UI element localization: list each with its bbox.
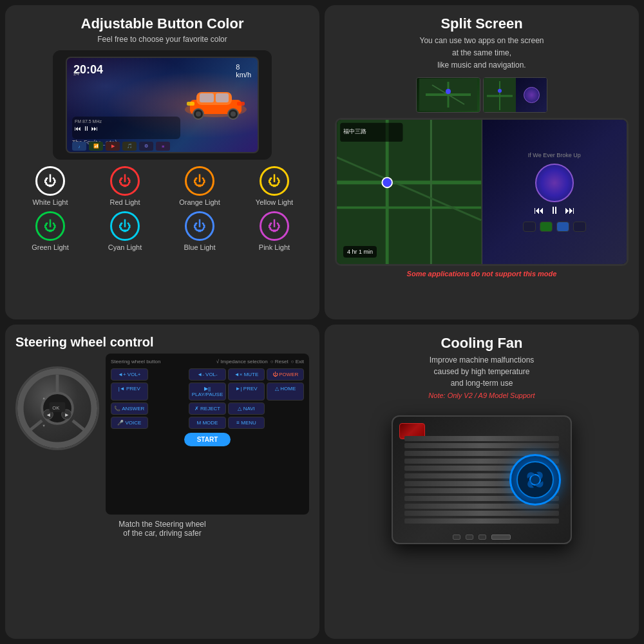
answer-btn[interactable]: 📞 ANSWER <box>111 402 148 415</box>
vol-down-btn[interactable]: ◄- VOL- <box>189 368 226 381</box>
voice-btn[interactable]: 🎤 VOICE <box>111 417 148 429</box>
orange-light-btn[interactable]: ⏻ Orange Light <box>165 166 234 206</box>
svg-text:OK: OK <box>52 405 59 411</box>
screen-controls: FM 87.5 MHz ⏮ ⏸ ⏭ <box>72 117 180 139</box>
panel3-title: Steering wheel control <box>15 335 309 350</box>
panel4-title: Cooling Fan <box>335 335 629 352</box>
red-light-label: Red Light <box>109 198 140 206</box>
music-player-controls: ⏮ ⏸ ⏭ <box>534 205 575 216</box>
control-buttons-grid: ◄+ VOL+ ◄- VOL- ◄× MUTE ⏻ POWER |◄ PREV … <box>111 368 304 429</box>
red-light-icon: ⏻ <box>110 166 140 196</box>
pink-light-icon: ⏻ <box>260 211 289 241</box>
steering-wheel-svg: ◄ ► OK ▲ ▼ <box>17 366 97 450</box>
steering-container: ◄ ► OK ▲ ▼ Steering wheel button √ Imped… <box>15 354 309 515</box>
svg-point-15 <box>446 89 451 94</box>
split-screen-music: If We Ever Broke Up ⏮ ⏸ ⏭ <box>482 120 627 264</box>
port-2 <box>466 535 473 540</box>
music-btn-1[interactable] <box>523 222 536 232</box>
svg-point-7 <box>196 111 201 117</box>
white-light-label: White Light <box>32 198 68 206</box>
next-button[interactable]: ⏭ <box>565 205 575 216</box>
eta-badge: 4 hr 1 min <box>343 246 377 258</box>
svg-text:►: ► <box>64 412 70 418</box>
spacer <box>150 368 154 381</box>
screen-apps: ♪ 📶 ▶ 🎵 ⚙ ≡ <box>72 140 252 152</box>
yellow-light-btn[interactable]: ⏻ Yellow Light <box>240 166 309 206</box>
green-light-label: Green Light <box>32 243 68 251</box>
svg-rect-4 <box>216 93 229 102</box>
spacer5 <box>150 417 154 429</box>
exit-label: ○ Exit <box>291 359 304 365</box>
next-track-btn[interactable]: ►| PREV <box>228 383 265 401</box>
svg-point-26 <box>382 177 392 187</box>
fan-svg <box>516 460 554 499</box>
svg-text:◄: ◄ <box>46 412 52 418</box>
header-actions: √ Impedance selection ○ Reset ○ Exit <box>216 359 304 365</box>
fan-unit <box>392 415 572 544</box>
play-pause-ctrl-btn[interactable]: ▶|| PLAY/PAUSE <box>189 383 226 401</box>
mode-btn[interactable]: M MODE <box>189 417 226 429</box>
mini-screens-row <box>335 77 629 113</box>
steering-wheel-section: ◄ ► OK ▲ ▼ <box>15 354 99 515</box>
mini-split-map <box>484 78 516 113</box>
cooling-note: Note: Only V2 / A9 Model Support <box>335 392 629 399</box>
reject-btn[interactable]: ✗ REJECT <box>189 402 226 415</box>
impedance-label: √ Impedance selection <box>216 359 268 365</box>
blue-light-icon: ⏻ <box>185 211 214 241</box>
port-1 <box>453 535 460 540</box>
white-light-icon: ⏻ <box>35 166 65 196</box>
panel1-subtitle: Feel free to choose your favorite color <box>15 35 309 44</box>
svg-point-43 <box>530 475 540 485</box>
green-light-icon: ⏻ <box>35 211 65 241</box>
music-btn-3[interactable] <box>556 222 569 232</box>
navi-btn[interactable]: △ NAVI <box>228 402 265 415</box>
svg-rect-3 <box>200 93 214 102</box>
port-3 <box>478 535 486 540</box>
cyan-light-icon: ⏻ <box>110 211 140 241</box>
split-warning: Some applications do not support this mo… <box>335 270 629 278</box>
white-light-btn[interactable]: ⏻ White Light <box>15 166 85 206</box>
music-btn-4[interactable] <box>573 222 586 232</box>
mini-map-svg <box>419 79 477 111</box>
reset-label: ○ Reset <box>270 359 289 365</box>
screen-display: 20:04 8km/h 24° The Fox(*∩_∩*○) <box>66 57 259 153</box>
music-song-title: If We Ever Broke Up <box>528 152 581 158</box>
vol-up-btn[interactable]: ◄+ VOL+ <box>111 368 148 381</box>
svg-point-19 <box>498 89 502 93</box>
start-button[interactable]: START <box>184 433 231 446</box>
music-btn-2[interactable] <box>540 222 553 232</box>
pink-light-btn[interactable]: ⏻ Pink Light <box>240 211 309 251</box>
cyan-light-btn[interactable]: ⏻ Cyan Light <box>90 211 160 251</box>
nav-map-svg: 福中三路 <box>337 120 482 264</box>
screen-temp: 24° <box>73 71 81 77</box>
pink-light-label: Pink Light <box>259 243 290 251</box>
fin-12 <box>404 518 559 524</box>
spacer2 <box>150 383 154 401</box>
main-grid: Adjustable Button Color Feel free to cho… <box>0 0 644 644</box>
play-pause-button[interactable]: ⏸ <box>549 205 560 216</box>
mini-screen-2 <box>483 77 547 113</box>
fin-2 <box>404 443 559 448</box>
svg-rect-10 <box>237 102 245 106</box>
prev-track-btn[interactable]: |◄ PREV <box>111 383 148 401</box>
red-light-btn[interactable]: ⏻ Red Light <box>90 166 160 206</box>
power-btn[interactable]: ⏻ POWER <box>267 368 304 381</box>
fan-image-container <box>335 406 629 554</box>
music-album-art <box>535 164 574 202</box>
blue-light-btn[interactable]: ⏻ Blue Light <box>165 211 234 251</box>
menu-btn[interactable]: ≡ MENU <box>228 417 265 429</box>
yellow-light-label: Yellow Light <box>256 198 293 206</box>
orange-light-label: Orange Light <box>179 198 220 206</box>
control-screen-header: Steering wheel button √ Impedance select… <box>111 359 304 365</box>
green-light-btn[interactable]: ⏻ Green Light <box>15 211 85 251</box>
unit-ports <box>453 535 511 540</box>
prev-button[interactable]: ⏮ <box>534 205 544 216</box>
mute-btn[interactable]: ◄× MUTE <box>228 368 265 381</box>
home-btn[interactable]: △ HOME <box>267 383 304 401</box>
panel-steering-wheel: Steering wheel control ◄ ► <box>5 325 319 639</box>
screen-speed: 8km/h <box>236 63 251 79</box>
cooling-fan-circle <box>509 454 561 506</box>
svg-text:▲: ▲ <box>42 396 46 400</box>
spacer3 <box>150 402 154 415</box>
control-screen: Steering wheel button √ Impedance select… <box>106 354 309 515</box>
